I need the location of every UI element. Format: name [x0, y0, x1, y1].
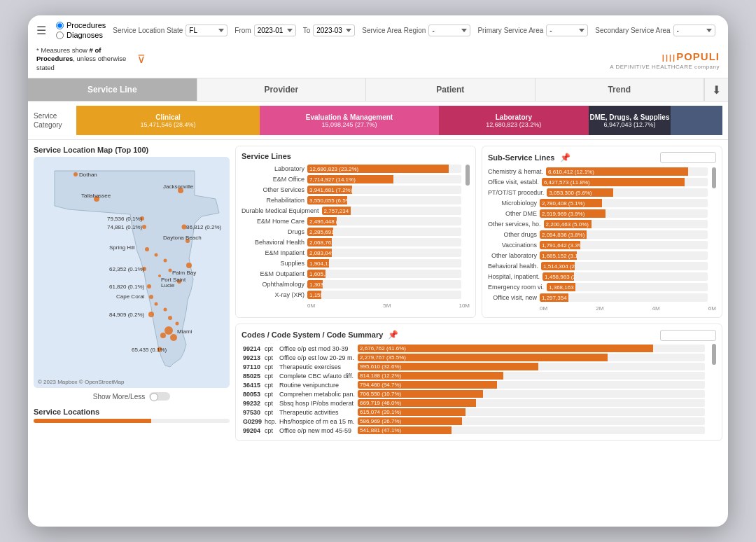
sub-service-lines-axis: 0M 2M 4M 6M — [488, 305, 716, 312]
svg-point-39 — [158, 275, 161, 277]
header: ☰ Procedures Diagnoses Service Location … — [28, 15, 728, 78]
bar-fill: 1,368,163 (2.5%) — [547, 283, 575, 291]
system-cell: cpt — [263, 408, 278, 417]
bar-value: 2,919,969 (3.9%) — [542, 211, 584, 217]
from-select[interactable]: 2023-01 — [254, 25, 296, 36]
bar-cell: 794,460 (94.7%) — [356, 380, 706, 389]
show-more-slider[interactable] — [149, 392, 170, 401]
bar-cell: 995,610 (32.6%) — [356, 362, 706, 371]
scrollbar-thumb[interactable] — [465, 165, 470, 186]
bar-track: 1,791,642 (3.3%) — [540, 241, 708, 249]
code-cell: 99204 — [241, 426, 263, 435]
list-item: Hospital, inpatient. 1,458,983 (2.7%) — [488, 272, 708, 281]
bar-value: 6,427,573 (11.8%) — [544, 179, 590, 186]
primary-select[interactable]: - — [546, 25, 588, 36]
bar-value: 1,791,642 (3.3%) — [542, 242, 580, 249]
main-content: Service Location Map (Top 100) Dothan Ta… — [28, 140, 728, 447]
cat-eval-mgmt[interactable]: Evaluation & Management 15,098,245 (27.7… — [260, 106, 439, 135]
list-item: E&M Outpatient 1,605,219 (2.9%) — [241, 270, 461, 278]
bar-fill: 2,068,762 (3.8%) — [307, 238, 332, 246]
secondary-select[interactable]: - — [673, 25, 715, 36]
svg-point-37 — [164, 259, 167, 263]
bar-value: 3,550,055 (6.5%) — [309, 197, 347, 204]
cat-laboratory[interactable]: Laboratory 12,680,823 (23.2%) — [439, 106, 589, 135]
cat-dme[interactable]: DME, Drugs, & Supplies 6,947,043 (12.7%) — [589, 106, 671, 135]
svg-text:84,909 (0.2%): 84,909 (0.2%) — [109, 312, 145, 318]
svg-point-1 — [74, 172, 78, 176]
service-locations-bar — [34, 419, 230, 423]
codes-bar-track: 814,188 (12.2%) — [358, 372, 705, 380]
bar-label: Other drugs — [488, 231, 537, 238]
bar-track: 1,458,983 (2.7%) — [542, 272, 708, 281]
bar-fill: 3,550,055 (6.5%) — [307, 196, 347, 204]
code-cell: 97530 — [241, 408, 263, 417]
codes-search[interactable] — [660, 330, 716, 341]
radio-diagnoses[interactable]: Diagnoses — [56, 31, 106, 39]
bar-value: 1,685,152 (3.1%) — [542, 253, 577, 259]
bar-cell: 814,188 (12.2%) — [356, 371, 706, 380]
tab-patient[interactable]: Patient — [366, 78, 536, 101]
filter-primary-service-area: Primary Service Area - — [477, 25, 588, 36]
codes-pin-icon: 📌 — [388, 330, 398, 340]
bar-value: 2,757,234 (5.1%) — [324, 208, 351, 214]
bar-label: Office visit, new — [488, 294, 537, 301]
svg-text:Jacksonville: Jacksonville — [163, 183, 194, 190]
codes-bar-track: 2,676,762 (41.6%) — [358, 345, 705, 352]
svg-text:Daytona Beach: Daytona Beach — [163, 235, 202, 241]
download-button[interactable]: ⬇ — [704, 78, 728, 101]
sub-service-search[interactable] — [660, 152, 716, 163]
cat-clinical[interactable]: Clinical 15,471,546 (28.4%) — [76, 106, 260, 135]
state-select[interactable]: FL — [186, 25, 227, 36]
list-item: Rehabilitation 3,550,055 (6.5%) — [241, 196, 461, 204]
bar-value: 2,496,448 (4.6%) — [309, 218, 337, 225]
svg-point-24 — [147, 284, 151, 289]
bar-track: 3,550,055 (6.5%) — [307, 196, 461, 204]
bar-track: 12,680,823 (23.2%) — [307, 165, 461, 173]
tab-service-line[interactable]: Service Line — [28, 78, 197, 101]
bar-label: Other services, ho. — [488, 221, 541, 228]
region-select[interactable]: - — [428, 25, 470, 36]
scrollbar-thumb-3[interactable] — [712, 344, 716, 365]
system-cell: hcp. — [263, 417, 278, 426]
tab-provider[interactable]: Provider — [197, 78, 367, 101]
codes-bar-fill: 995,610 (32.6%) — [358, 363, 538, 370]
bar-label: Microbiology — [488, 200, 537, 207]
filter-icon[interactable]: ⊽ — [137, 53, 146, 66]
radio-procedures[interactable]: Procedures — [56, 21, 106, 29]
bar-fill: 2,094,836 (3.8%) — [540, 230, 587, 239]
codes-bar-fill: 669,719 (46.0%) — [358, 399, 476, 407]
scrollbar-thumb-2[interactable] — [712, 167, 716, 188]
codes-bar-track: 2,279,767 (35.5%) — [358, 354, 705, 361]
svg-point-38 — [169, 269, 172, 272]
desc-cell: Office o/p new mod 45-59 — [278, 426, 356, 435]
bar-label: Hospital, inpatient. — [488, 273, 540, 280]
map-attribution: © 2023 Mapbox © OpenStreetMap — [38, 379, 124, 385]
codes-bar-fill: 794,460 (94.7%) — [358, 381, 496, 389]
cat-other[interactable] — [671, 106, 722, 135]
codes-bar-fill: 541,881 (47.1%) — [358, 426, 451, 434]
bar-fill: 2,919,969 (3.9%) — [540, 209, 606, 218]
svg-point-28 — [148, 312, 154, 317]
codes-title: Codes / Code System / Code Summary 📌 — [241, 330, 716, 340]
show-more-less[interactable]: Show More/Less — [34, 392, 230, 401]
codes-bar-track: 995,610 (32.6%) — [358, 363, 705, 370]
svg-text:Miami: Miami — [177, 328, 192, 335]
table-row: 99232 cpt Sbsq hosp IP/obs moderat 669,7… — [241, 398, 706, 408]
bar-track: 2,083,049 (3.8%) — [307, 249, 461, 257]
tab-trend[interactable]: Trend — [536, 78, 705, 101]
bar-track: 1,159,779 (2.1%) — [307, 291, 461, 299]
svg-point-30 — [164, 326, 173, 335]
bar-fill: 2,496,448 (4.6%) — [307, 217, 337, 225]
system-cell: cpt — [263, 362, 278, 371]
bar-track: 1,685,152 (3.1%) — [540, 251, 708, 260]
bar-label: Rehabilitation — [241, 197, 304, 204]
sub-service-lines-chart: Chemistry & hemat. 6,610,412 (12.1%) Off… — [488, 167, 716, 304]
menu-icon[interactable]: ☰ — [36, 24, 46, 37]
code-cell: 36415 — [241, 380, 263, 389]
bar-fill: 2,083,049 (3.8%) — [307, 249, 332, 257]
system-cell: cpt — [263, 389, 278, 398]
bar-fill: 1,685,152 (3.1%) — [540, 251, 577, 260]
list-item: Other drugs 2,094,836 (3.8%) — [488, 230, 708, 239]
to-select[interactable]: 2023-03 — [313, 25, 355, 36]
codes-bar-value: 2,676,762 (41.6%) — [360, 345, 406, 352]
